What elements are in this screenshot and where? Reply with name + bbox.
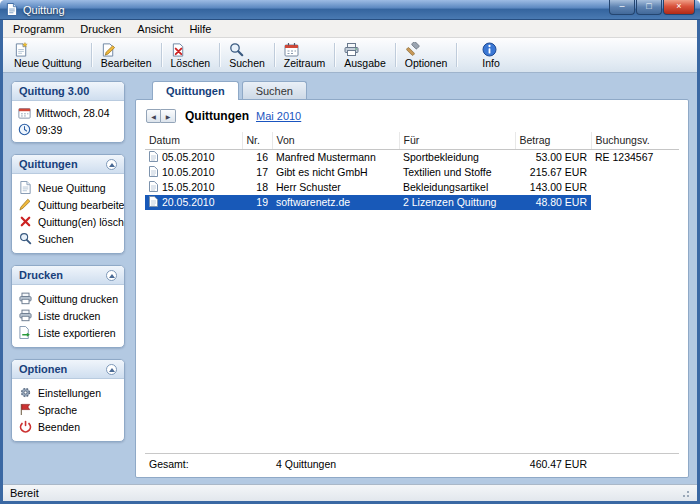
section-title: Quittungen <box>19 158 78 170</box>
sidebar-item-quittung-drucken[interactable]: Quittung drucken <box>12 290 124 307</box>
next-month-button[interactable]: ▶ <box>161 109 176 123</box>
sidebar-item-quittung-bearbeiten[interactable]: Quittung bearbeiten <box>12 196 124 213</box>
toolbar-label: Info <box>482 57 500 69</box>
previous-month-button[interactable]: ◀ <box>146 109 161 123</box>
column-header-betrag[interactable]: Betrag <box>515 132 591 150</box>
table-header-row: Datum Nr. Von Für Betrag Buchungsv. <box>145 132 679 150</box>
sidebar-item-sprache[interactable]: Sprache <box>12 401 124 418</box>
menu-drucken[interactable]: Drucken <box>72 22 129 36</box>
tools-icon <box>405 42 420 57</box>
maximize-button[interactable]: □ <box>636 0 662 15</box>
toolbar-label: Löschen <box>171 57 211 69</box>
sidebar-item-label: Quittung drucken <box>38 293 118 305</box>
column-header-von[interactable]: Von <box>272 132 399 150</box>
main-area: Quittungen Suchen ◀ ▶ Quittungen Mai 201… <box>135 81 689 478</box>
sidebar-item-neue-quittung[interactable]: Neue Quittung <box>12 179 124 196</box>
section-header-optionen[interactable]: Optionen <box>12 360 124 379</box>
cell-datum: 05.05.2010 <box>145 150 242 165</box>
export-icon <box>19 326 32 339</box>
table-row[interactable]: 10.05.201017Gibt es nicht GmbHTextilien … <box>145 165 679 180</box>
toolbar-suchen[interactable]: Suchen <box>222 39 272 71</box>
exit-icon <box>19 420 32 433</box>
menu-ansicht[interactable]: Ansicht <box>129 22 181 36</box>
printer-icon <box>344 42 359 57</box>
sidebar-item-einstellungen[interactable]: Einstellungen <box>12 384 124 401</box>
column-header-nr[interactable]: Nr. <box>242 132 272 150</box>
cell-fuer: 2 Lizenzen Quittung <box>399 195 515 210</box>
toolbar-optionen[interactable]: Optionen <box>398 39 455 71</box>
sidebar-item-label: Liste exportieren <box>38 327 116 339</box>
printer-icon <box>19 309 32 322</box>
toolbar-loeschen[interactable]: Löschen <box>164 39 218 71</box>
menu-bar: Programm Drucken Ansicht Hilfe <box>3 20 697 38</box>
column-header-fuer[interactable]: Für <box>399 132 515 150</box>
minimize-button[interactable]: – <box>609 0 635 15</box>
titlebar[interactable]: Quittung – □ × <box>0 0 700 20</box>
menu-hilfe[interactable]: Hilfe <box>181 22 219 36</box>
period-link[interactable]: Mai 2010 <box>256 110 301 122</box>
column-header-buchungsv[interactable]: Buchungsv. <box>591 132 679 150</box>
section-header-quittungen[interactable]: Quittungen <box>12 155 124 174</box>
totals-label: Gesamt: <box>145 454 242 472</box>
cell-datum: 20.05.2010 <box>145 195 242 210</box>
sidebar: Quittung 3.00 Mittwoch, 28.04 <box>11 81 125 478</box>
status-bar: Bereit <box>3 484 697 501</box>
toolbar-separator <box>219 43 220 67</box>
new-receipt-icon <box>19 181 32 194</box>
toolbar-zeitraum[interactable]: Zeitraum <box>277 39 332 71</box>
sidebar-item-label: Sprache <box>38 404 77 416</box>
search-icon <box>19 232 32 245</box>
toolbar-ausgabe[interactable]: Ausgabe <box>337 39 392 71</box>
toolbar-neue-quittung[interactable]: Neue Quittung <box>7 39 89 71</box>
receipt-table: Datum Nr. Von Für Betrag Buchungsv. 05.0… <box>145 132 679 210</box>
section-header-drucken[interactable]: Drucken <box>12 266 124 285</box>
section-title: Drucken <box>19 269 63 281</box>
table-row[interactable]: 05.05.201016Manfred MustermannSportbekle… <box>145 150 679 165</box>
status-text: Bereit <box>10 487 39 499</box>
toolbar-info[interactable]: Info <box>475 39 507 71</box>
cell-von: Manfred Mustermann <box>272 150 399 165</box>
current-time-row: 09:39 <box>18 123 118 136</box>
info-icon <box>482 42 497 57</box>
window-frame: Programm Drucken Ansicht Hilfe Neue Quit… <box>0 20 700 504</box>
section-drucken: Drucken Quittung drucken <box>11 265 125 348</box>
totals-bar: Gesamt: 4 Quittungen 460.47 EUR <box>145 453 679 472</box>
collapse-icon[interactable] <box>106 270 117 281</box>
receipt-list-panel: ◀ ▶ Quittungen Mai 2010 Datum Nr. <box>135 99 689 478</box>
cell-betrag: 53.00 EUR <box>515 150 591 165</box>
tab-quittungen[interactable]: Quittungen <box>152 81 239 100</box>
search-icon <box>229 42 244 57</box>
totals-amount: 460.47 EUR <box>515 454 591 472</box>
cell-nr: 18 <box>242 180 272 195</box>
menu-programm[interactable]: Programm <box>5 22 72 36</box>
toolbar-label: Zeitraum <box>284 57 325 69</box>
close-button[interactable]: × <box>663 0 695 15</box>
sidebar-item-liste-exportieren[interactable]: Liste exportieren <box>12 324 124 341</box>
sidebar-item-liste-drucken[interactable]: Liste drucken <box>12 307 124 324</box>
sidebar-item-beenden[interactable]: Beenden <box>12 418 124 435</box>
collapse-icon[interactable] <box>106 159 117 170</box>
receipt-doc-icon <box>149 181 158 192</box>
cell-fuer: Textilien und Stoffe <box>399 165 515 180</box>
collapse-icon[interactable] <box>106 364 117 375</box>
toolbar-separator <box>395 43 396 67</box>
column-header-datum[interactable]: Datum <box>145 132 242 150</box>
toolbar-label: Neue Quittung <box>14 57 82 69</box>
toolbar-spacer <box>459 39 475 71</box>
tab-suchen[interactable]: Suchen <box>242 81 307 100</box>
cell-fuer: Sportbekleidung <box>399 150 515 165</box>
version-panel-header: Quittung 3.00 <box>12 82 124 101</box>
resize-grip-icon[interactable] <box>680 488 690 498</box>
table-row[interactable]: 20.05.201019softwarenetz.de2 Lizenzen Qu… <box>145 195 679 210</box>
sidebar-item-suchen[interactable]: Suchen <box>12 230 124 247</box>
toolbar-label: Suchen <box>229 57 265 69</box>
sidebar-item-quittungen-loeschen[interactable]: Quittung(en) löschen <box>12 213 124 230</box>
toolbar-separator <box>456 43 457 67</box>
toolbar-label: Ausgabe <box>344 57 385 69</box>
toolbar-bearbeiten[interactable]: Bearbeiten <box>94 39 159 71</box>
table-row[interactable]: 15.05.201018Herr SchusterBekleidungsarti… <box>145 180 679 195</box>
sidebar-item-label: Einstellungen <box>38 387 101 399</box>
totals-count: 4 Quittungen <box>272 454 399 472</box>
language-icon <box>19 403 32 416</box>
receipt-table-body: 05.05.201016Manfred MustermannSportbekle… <box>145 150 679 210</box>
